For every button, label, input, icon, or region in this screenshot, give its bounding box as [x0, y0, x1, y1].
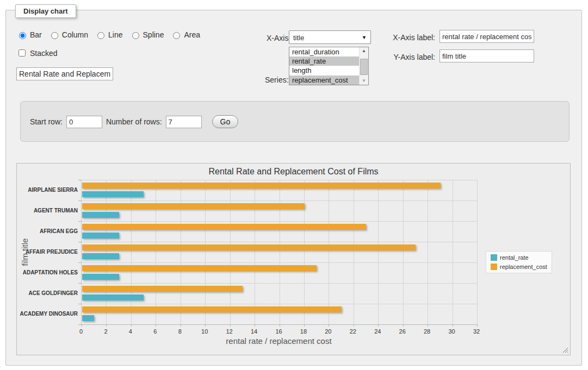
gridline-vertical: [428, 180, 428, 324]
legend-label: rental_rate: [500, 254, 529, 261]
x-tick-mark: [255, 324, 255, 327]
chart-type-column[interactable]: Column: [48, 30, 88, 39]
gridline-vertical: [280, 180, 280, 324]
y-tick-mark: [78, 324, 82, 325]
x-tick-mark: [82, 324, 82, 327]
x-tick-mark: [106, 324, 107, 327]
series-select-label: Series:: [265, 76, 289, 84]
bar-replacement_cost-airplane-sierra[interactable]: [82, 183, 441, 189]
x-tick-label-26: 26: [392, 328, 413, 335]
scroll-up-icon[interactable]: ▲: [360, 47, 368, 55]
x-axis-select-label: X-Axis:: [267, 34, 290, 42]
x-axis-title: rental rate / replacement cost: [81, 336, 476, 346]
resize-handle-icon[interactable]: [562, 347, 568, 353]
bar-rental_rate-agent-truman[interactable]: [82, 212, 119, 218]
bar-rental_rate-adaptation-holes[interactable]: [82, 274, 119, 280]
x-tick-mark: [205, 324, 206, 327]
x-axis-select[interactable]: title ▼: [289, 30, 371, 44]
go-button[interactable]: Go: [212, 115, 239, 128]
x-tick-mark: [230, 324, 231, 327]
legend-item-replacement_cost[interactable]: replacement_cost: [491, 264, 547, 270]
scrollbar-thumb[interactable]: [360, 59, 368, 75]
series-option-length[interactable]: length: [289, 66, 359, 75]
chart-title-input[interactable]: [16, 67, 113, 80]
fieldset-legend: Display chart: [15, 4, 76, 18]
chart-type-radio-spline[interactable]: [132, 32, 139, 39]
bar-rental_rate-ace-goldfinger[interactable]: [82, 294, 144, 300]
y-tick-mark: [78, 180, 82, 180]
chart-type-radio-group: BarColumnLineSplineArea: [16, 30, 206, 39]
chart-type-label: Bar: [30, 30, 42, 39]
chart-type-line[interactable]: Line: [95, 30, 122, 39]
bar-rental_rate-airplane-sierra[interactable]: [82, 191, 144, 197]
x-axis-label-input[interactable]: [440, 30, 534, 43]
x-axis-label-caption: X-Axis label:: [388, 33, 435, 42]
x-tick-mark: [453, 324, 453, 327]
x-tick-mark: [477, 324, 478, 327]
x-tick-mark: [329, 324, 329, 327]
stacked-label: Stacked: [30, 49, 58, 58]
stacked-checkbox[interactable]: [18, 49, 26, 57]
x-tick-mark: [403, 324, 404, 327]
chart-type-radio-column[interactable]: [51, 32, 58, 39]
x-tick-label-22: 22: [342, 328, 364, 335]
chart-type-label: Area: [184, 30, 200, 39]
x-tick-mark: [131, 324, 132, 327]
category-label-ace-goldfinger: ACE GOLDFINGER: [19, 290, 78, 296]
x-tick-label-8: 8: [169, 328, 191, 335]
x-tick-mark: [181, 324, 181, 327]
bar-replacement_cost-african-egg[interactable]: [82, 224, 366, 230]
chart-type-radio-bar[interactable]: [19, 32, 26, 39]
bar-rental_rate-academy-dinosaur[interactable]: [82, 315, 94, 321]
series-option-rental_duration[interactable]: rental_duration: [289, 47, 359, 57]
chart-type-label: Line: [108, 30, 122, 39]
gridline-vertical: [205, 180, 206, 324]
chart-type-radio-line[interactable]: [97, 32, 104, 39]
x-tick-mark: [280, 324, 280, 327]
x-tick-label-2: 2: [95, 328, 116, 335]
x-tick-mark: [354, 324, 354, 327]
gridline-vertical: [354, 180, 354, 324]
chart-type-spline[interactable]: Spline: [129, 30, 164, 39]
chart-type-bar[interactable]: Bar: [16, 30, 42, 39]
category-label-agent-truman: AGENT TRUMAN: [19, 208, 78, 214]
gridline-horizontal: [82, 221, 477, 222]
row-range-panel: Start row: Number of rows: Go: [20, 101, 570, 142]
gridline-vertical: [403, 180, 404, 324]
category-label-airplane-sierra: AIRPLANE SIERRA: [19, 187, 78, 193]
series-option-rental_rate[interactable]: rental_rate: [289, 57, 359, 66]
gridline-horizontal: [82, 262, 477, 263]
y-tick-mark: [78, 304, 82, 304]
gridline-vertical: [131, 180, 132, 324]
chart-type-area[interactable]: Area: [170, 30, 200, 39]
chevron-down-icon: ▼: [362, 31, 367, 45]
bar-replacement_cost-agent-truman[interactable]: [82, 203, 305, 209]
y-tick-mark: [78, 200, 82, 201]
y-axis-label-input[interactable]: [440, 49, 534, 62]
category-label-adaptation-holes: ADAPTATION HOLES: [19, 269, 78, 275]
gridline-vertical: [378, 180, 379, 324]
x-tick-label-30: 30: [441, 328, 463, 335]
number-of-rows-input[interactable]: [166, 116, 202, 128]
gridline-vertical: [329, 180, 329, 324]
bar-rental_rate-affair-prejudice[interactable]: [82, 253, 119, 259]
bar-replacement_cost-academy-dinosaur[interactable]: [82, 306, 342, 312]
bar-replacement_cost-ace-goldfinger[interactable]: [82, 286, 243, 292]
legend-item-rental_rate[interactable]: rental_rate: [491, 254, 547, 261]
chart-type-radio-area[interactable]: [173, 32, 180, 39]
stacked-row: Stacked: [16, 48, 58, 58]
start-row-input[interactable]: [66, 116, 102, 128]
series-option-replacement_cost[interactable]: replacement_cost: [289, 76, 359, 85]
chart-type-label: Spline: [143, 30, 164, 39]
listbox-scrollbar[interactable]: ▲ ▼: [359, 47, 368, 85]
category-label-african-egg: AFRICAN EGG: [19, 228, 78, 234]
gridline-horizontal: [82, 200, 477, 201]
number-of-rows-label: Number of rows:: [106, 117, 162, 126]
bar-rental_rate-african-egg[interactable]: [82, 233, 119, 239]
gridline-vertical: [304, 180, 305, 324]
x-axis-selected-value: title: [293, 34, 304, 42]
bar-replacement_cost-adaptation-holes[interactable]: [82, 265, 317, 271]
bar-replacement_cost-affair-prejudice[interactable]: [82, 244, 416, 250]
scroll-down-icon[interactable]: ▼: [360, 77, 368, 85]
series-listbox[interactable]: rental_durationrental_ratelengthreplacem…: [289, 47, 369, 85]
